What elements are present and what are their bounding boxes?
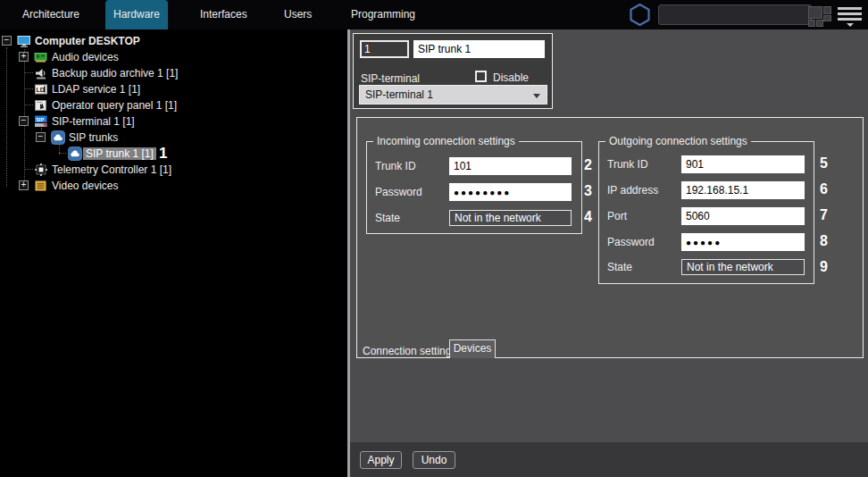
- callout-number-3: 3: [584, 183, 592, 199]
- parent-select-value: SIP-terminal 1: [365, 88, 433, 101]
- telemetry-controller-icon: [34, 163, 48, 177]
- callout-number-4: 4: [584, 209, 592, 225]
- hexagon-logo-icon: [628, 3, 652, 30]
- outgoing-password-input[interactable]: [681, 233, 805, 251]
- outgoing-port-input[interactable]: [681, 207, 805, 225]
- svg-text:LD: LD: [37, 87, 45, 93]
- computer-icon: [17, 34, 31, 48]
- callout-number-9: 9: [820, 259, 828, 275]
- tree-connector: [25, 169, 33, 170]
- tree-item-sip-trunks[interactable]: − SIP trunks: [0, 130, 347, 146]
- chevron-down-icon: [533, 94, 540, 98]
- tab-architecture[interactable]: Architecture: [22, 0, 79, 29]
- expander-minus-icon[interactable]: −: [36, 132, 46, 142]
- disable-checkbox[interactable]: [475, 71, 487, 82]
- expander-plus-icon[interactable]: +: [19, 180, 29, 190]
- layout-grid-icon[interactable]: [808, 6, 832, 31]
- incoming-state-field: Not in the network: [449, 210, 572, 226]
- callout-number-5: 5: [820, 155, 828, 172]
- operator-query-panel-icon: [34, 98, 48, 113]
- object-identity-panel: SIP-terminal Disable SIP-terminal 1: [353, 33, 553, 109]
- settings-region: SIP-terminal Disable SIP-terminal 1 Inco…: [350, 29, 868, 477]
- connection-settings-panel: Incoming connection settings Trunk ID Pa…: [356, 117, 864, 358]
- top-navbar: Architecture Hardware Interfaces Users P…: [0, 0, 868, 29]
- expander-minus-icon[interactable]: −: [2, 36, 12, 46]
- callout-number-2: 2: [584, 157, 592, 173]
- tree-item-sip-terminal[interactable]: − SIP SIP-terminal 1 [1]: [0, 113, 347, 130]
- expander-plus-icon[interactable]: +: [19, 52, 29, 62]
- tree-connector: [25, 105, 33, 105]
- tree-item-ldap-service[interactable]: LD LDAP service 1 [1]: [0, 81, 347, 97]
- video-devices-icon: [34, 179, 48, 193]
- callout-number-8: 8: [820, 233, 828, 249]
- tree-item-backup-audio-archive[interactable]: Backup audio archive 1 [1]: [0, 65, 347, 81]
- svg-text:SIP: SIP: [36, 117, 44, 122]
- device-tree: − Computer DESKTOP + Audi: [0, 29, 347, 477]
- disable-label: Disable: [493, 71, 529, 84]
- outgoing-group-title: Outgoing connection settings: [605, 135, 751, 147]
- outgoing-state-field: Not in the network: [681, 259, 805, 275]
- backup-audio-archive-icon: [34, 66, 48, 80]
- expander-minus-icon[interactable]: −: [19, 116, 29, 126]
- tree-connector: [59, 153, 66, 154]
- tree-item-audio-devices[interactable]: + Audio devices: [0, 49, 347, 65]
- tab-programming[interactable]: Programming: [351, 0, 415, 29]
- ldap-service-icon: LD: [34, 82, 48, 96]
- tab-users[interactable]: Users: [284, 0, 312, 29]
- tree-connector: [25, 88, 33, 89]
- incoming-password-input[interactable]: [449, 183, 572, 201]
- undo-button[interactable]: Undo: [413, 451, 455, 469]
- parent-select[interactable]: SIP-terminal 1: [359, 85, 547, 105]
- object-name-field[interactable]: [413, 40, 545, 58]
- tree-item-telemetry-controller[interactable]: Telemetry Controller 1 [1]: [0, 162, 347, 178]
- tab-hardware[interactable]: Hardware: [105, 0, 168, 29]
- tab-interfaces[interactable]: Interfaces: [200, 0, 247, 29]
- sip-terminal-icon: SIP: [34, 114, 48, 129]
- incoming-group-title: Incoming connection settings: [373, 135, 519, 147]
- sip-trunk-icon: [51, 130, 65, 145]
- search-input[interactable]: [658, 4, 812, 25]
- outgoing-trunk-id-input[interactable]: [681, 155, 805, 173]
- tree-item-computer[interactable]: − Computer DESKTOP: [0, 33, 347, 49]
- footer-button-bar: Apply Undo: [350, 442, 868, 477]
- tree-connector: [25, 72, 33, 73]
- callout-number-7: 7: [820, 207, 828, 223]
- tree-item-operator-query-panel[interactable]: Operator query panel 1 [1]: [0, 97, 347, 113]
- outgoing-ip-address-input[interactable]: [681, 181, 805, 199]
- object-id-field[interactable]: [360, 40, 409, 58]
- tree-item-video-devices[interactable]: + Video devices: [0, 178, 347, 194]
- tab-devices[interactable]: Devices: [449, 339, 496, 358]
- tree-item-sip-trunk-1[interactable]: SIP trunk 1 [1] 1: [0, 146, 347, 162]
- menu-icon[interactable]: [838, 7, 862, 27]
- incoming-trunk-id-input[interactable]: [449, 157, 572, 175]
- callout-number-6: 6: [820, 181, 828, 197]
- tab-connection-settings[interactable]: Connection settings: [363, 345, 456, 357]
- audio-devices-icon: [34, 50, 48, 64]
- parent-label: SIP-terminal: [361, 72, 420, 85]
- application-window: Architecture Hardware Interfaces Users P…: [0, 0, 868, 477]
- callout-number-1: 1: [159, 145, 167, 163]
- sip-trunk-icon: [68, 146, 82, 161]
- apply-button[interactable]: Apply: [360, 451, 402, 469]
